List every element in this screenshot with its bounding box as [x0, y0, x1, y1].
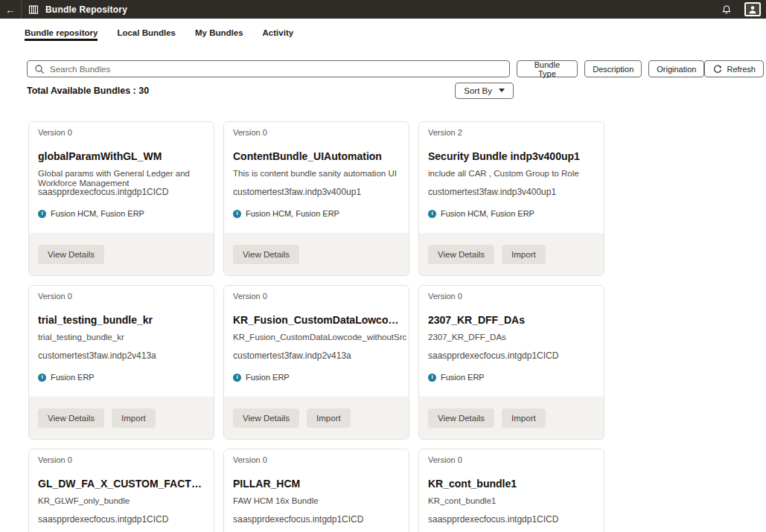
info-icon: i — [428, 210, 436, 218]
bundle-applications: Fusion HCM, Fusion ERP — [441, 209, 534, 218]
view-details-button[interactable]: View Details — [38, 408, 104, 428]
bundle-card-footer: View DetailsImport — [419, 397, 604, 439]
view-details-button[interactable]: View Details — [233, 408, 299, 428]
bundle-type-filter-button[interactable]: Bundle Type — [517, 60, 578, 77]
bundle-title: globalParamWithGL_WM — [38, 150, 205, 162]
tab-bar: Bundle repository Local Bundles My Bundl… — [25, 28, 766, 41]
view-details-button[interactable]: View Details — [233, 245, 299, 264]
tab-bundle-repository[interactable]: Bundle repository — [25, 28, 98, 41]
bundle-card: Version 0 GL_DW_FA_X_CUSTOM_FACT_GLDET..… — [28, 449, 214, 532]
bundle-card: Version 0 2307_KR_DFF_DAs 2307_KR_DFF_DA… — [418, 285, 604, 440]
bundle-card: Version 0 PILLAR_HCM FAW HCM 16x Bundle … — [223, 449, 409, 532]
bundle-description: KR_Fusion_CustomDataLowcode_withoutSrc — [233, 333, 400, 351]
back-button[interactable]: ← — [0, 0, 22, 19]
origination-filter-button[interactable]: Origination — [648, 60, 704, 77]
bundle-card-footer: View Details — [29, 233, 214, 275]
toolbar: Bundle Type Description Origination Refr… — [27, 60, 764, 77]
bundle-card-footer: View DetailsImport — [29, 397, 214, 439]
bundle-source: saaspprdexecfocus.intgdp1CICD — [428, 515, 595, 525]
import-button[interactable]: Import — [307, 408, 351, 428]
refresh-button[interactable]: Refresh — [704, 60, 764, 77]
search-icon — [34, 64, 45, 74]
bundle-description: KR_cont_bundle1 — [428, 496, 595, 515]
chevron-down-icon — [499, 89, 505, 92]
bundle-grid: Version 0 globalParamWithGL_WM Global pa… — [28, 121, 604, 532]
page-title: Bundle Repository — [45, 4, 127, 15]
import-button[interactable]: Import — [112, 408, 156, 428]
bundle-description: KR_GLWF_only_bundle — [38, 496, 205, 515]
bundle-version: Version 0 — [233, 292, 400, 301]
bundle-title: PILLAR_HCM — [233, 478, 400, 490]
info-icon: i — [38, 374, 46, 382]
bundle-version: Version 2 — [428, 128, 595, 138]
tab-activity[interactable]: Activity — [263, 28, 294, 41]
sort-by-dropdown[interactable]: Sort By — [455, 83, 514, 99]
view-details-button[interactable]: View Details — [38, 245, 104, 264]
bundle-source: customertest3faw.indp3v400up1 — [233, 188, 400, 197]
bundle-title: KR_cont_bundle1 — [428, 478, 595, 490]
bundle-description: trial_testing_bundle_kr — [38, 333, 205, 351]
bundle-card: Version 0 globalParamWithGL_WM Global pa… — [28, 121, 214, 276]
bundle-applications: Fusion ERP — [441, 373, 485, 382]
bundle-source: saaspprdexecfocus.intgdp1CICD — [38, 515, 205, 525]
bundle-applications: Fusion ERP — [246, 373, 290, 382]
bundle-description: include all CAR , Custom Group to Role — [428, 169, 595, 188]
view-details-button[interactable]: View Details — [428, 245, 494, 264]
bundle-source: saaspprdexecfocus.intgdp1CICD — [428, 351, 595, 361]
info-icon: i — [428, 374, 436, 382]
bundle-title: trial_testing_bundle_kr — [38, 314, 205, 326]
bundle-applications-row: i Fusion HCM, Fusion ERP — [38, 209, 205, 218]
bundle-applications-row: i Fusion ERP — [38, 373, 205, 382]
bundle-source: saaspprdexecfocus.intgdp1CICD — [38, 188, 205, 197]
info-icon: i — [233, 374, 241, 382]
tab-local-bundles[interactable]: Local Bundles — [117, 28, 176, 41]
refresh-label: Refresh — [727, 65, 756, 74]
import-button[interactable]: Import — [502, 245, 546, 264]
bundle-card: Version 0 ContentBundle_UIAutomation Thi… — [223, 121, 409, 276]
info-icon: i — [38, 210, 46, 218]
bundle-applications-row: i Fusion ERP — [428, 373, 595, 382]
bundle-description: Global params with General Ledger and Wo… — [38, 169, 205, 188]
import-button[interactable]: Import — [502, 408, 546, 428]
bundle-version: Version 0 — [428, 292, 595, 301]
bundle-applications-row: i Fusion HCM, Fusion ERP — [233, 209, 400, 218]
info-icon: i — [233, 210, 241, 218]
bundle-applications-row: i Fusion ERP — [233, 373, 400, 382]
bundle-description: This is content bundle sanity automation… — [233, 169, 400, 188]
bundle-card-footer: View DetailsImport — [224, 397, 409, 439]
summary-row: Total Available Bundles : 30 Sort By — [27, 82, 514, 99]
bundle-applications-row: i Fusion HCM, Fusion ERP — [428, 209, 595, 218]
sort-by-label: Sort By — [464, 86, 492, 95]
view-details-button[interactable]: View Details — [428, 408, 494, 428]
tab-my-bundles[interactable]: My Bundles — [195, 28, 243, 41]
bundle-version: Version 0 — [233, 128, 400, 138]
bundle-title: KR_Fusion_CustomDataLowcode_wit... — [233, 314, 400, 326]
bundle-card: Version 0 KR_Fusion_CustomDataLowcode_wi… — [223, 285, 409, 440]
bundle-card: Version 0 trial_testing_bundle_kr trial_… — [28, 285, 214, 440]
refresh-icon — [712, 64, 722, 74]
bundle-card: Version 2 Security Bundle indp3v400up1 i… — [418, 121, 604, 276]
notifications-bell-icon[interactable] — [721, 4, 732, 15]
bundle-applications: Fusion HCM, Fusion ERP — [246, 209, 339, 218]
bundle-card: Version 0 KR_cont_bundle1 KR_cont_bundle… — [418, 449, 604, 532]
bundle-repository-icon — [28, 4, 39, 15]
bundle-source: customertest3faw.indp2v413a — [233, 351, 400, 361]
bundle-description: 2307_KR_DFF_DAs — [428, 333, 595, 351]
user-avatar-icon[interactable] — [744, 2, 761, 16]
app-header: ← Bundle Repository — [0, 0, 766, 19]
bundle-source: customertest3faw.indp3v400up1 — [428, 188, 595, 197]
total-bundles-label: Total Available Bundles : 30 — [27, 86, 149, 96]
search-input[interactable] — [50, 65, 502, 74]
bundle-version: Version 0 — [428, 455, 595, 465]
bundle-card-footer: View Details — [224, 233, 409, 275]
bundle-card-footer: View DetailsImport — [419, 233, 604, 275]
bundle-version: Version 0 — [38, 292, 205, 301]
bundle-version: Version 0 — [233, 455, 400, 465]
bundle-description: FAW HCM 16x Bundle — [233, 496, 400, 515]
bundle-applications: Fusion HCM, Fusion ERP — [51, 209, 144, 218]
bundle-version: Version 0 — [38, 455, 205, 465]
description-filter-button[interactable]: Description — [584, 60, 642, 77]
search-box — [27, 60, 510, 77]
bundle-title: Security Bundle indp3v400up1 — [428, 150, 595, 162]
bundle-title: GL_DW_FA_X_CUSTOM_FACT_GLDET... — [38, 478, 205, 490]
